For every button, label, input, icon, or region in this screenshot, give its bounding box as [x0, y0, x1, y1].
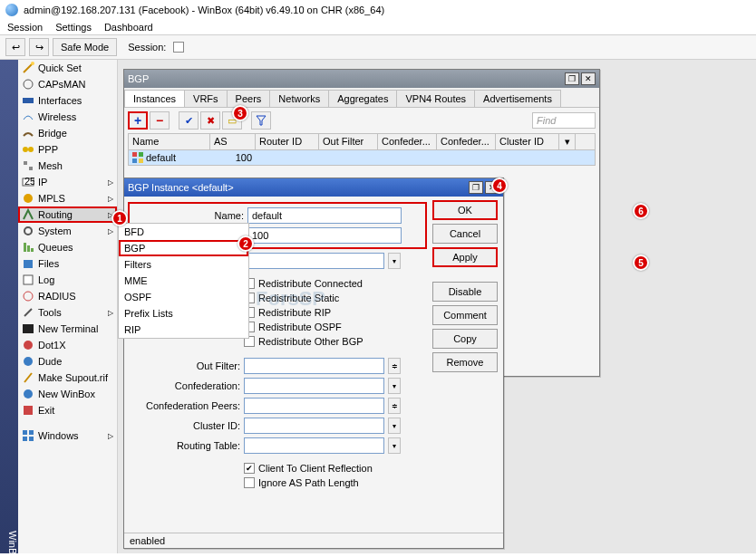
- sidebar-item-files[interactable]: Files: [18, 255, 117, 272]
- sidebar-item-quickset[interactable]: Quick Set: [18, 60, 117, 76]
- sidebar-item-routing[interactable]: Routing▷: [18, 206, 117, 223]
- cluster-dropdown[interactable]: ▾: [388, 418, 401, 434]
- redo-button[interactable]: ↪: [29, 38, 49, 56]
- instance-window-header[interactable]: BGP Instance <default> ❐ ✕: [124, 178, 503, 197]
- bgp-toolbar: + − ✔ ✖ ▭ Find: [124, 108, 599, 133]
- sidebar-label: New WinBox: [38, 389, 95, 399]
- ok-button[interactable]: OK: [432, 200, 498, 220]
- col-routerid[interactable]: Router ID: [256, 134, 319, 149]
- tab-peers[interactable]: Peers: [227, 90, 271, 107]
- sidebar-item-log[interactable]: Log: [18, 272, 117, 288]
- sidebar-item-tools[interactable]: Tools▷: [18, 304, 117, 321]
- bgp-window-header[interactable]: BGP ❐ ✕: [124, 70, 599, 88]
- submenu-prefixlists[interactable]: Prefix Lists: [119, 305, 248, 322]
- confedpeers-dropdown[interactable]: ≑: [388, 398, 401, 414]
- submenu-ospf[interactable]: OSPF: [119, 289, 248, 305]
- col-as[interactable]: AS: [210, 134, 256, 149]
- routerid-dropdown[interactable]: ▾: [388, 253, 401, 269]
- svg-rect-6: [24, 161, 27, 165]
- add-button[interactable]: +: [128, 111, 148, 130]
- sidebar-item-queues[interactable]: Queues: [18, 239, 117, 255]
- menu-session[interactable]: Session: [7, 22, 43, 33]
- remove-button[interactable]: −: [150, 111, 170, 130]
- submenu-mme[interactable]: MME: [119, 273, 248, 289]
- sidebar-item-ppp[interactable]: PPP: [18, 141, 117, 158]
- menu-dashboard[interactable]: Dashboard: [104, 22, 153, 33]
- undo-button[interactable]: ↩: [5, 38, 25, 56]
- svg-rect-7: [29, 167, 33, 170]
- tab-vpn4[interactable]: VPN4 Routes: [396, 90, 475, 107]
- sidebar-item-newwinbox[interactable]: New WinBox: [18, 386, 117, 402]
- outfilter-dropdown[interactable]: ≑: [388, 358, 401, 374]
- comment-button[interactable]: Comment: [432, 305, 498, 325]
- sidebar-item-dude[interactable]: Dude: [18, 353, 117, 370]
- cancel-button[interactable]: Cancel: [432, 224, 498, 244]
- session-checkbox[interactable]: [173, 42, 184, 53]
- confedpeers-input[interactable]: [244, 398, 384, 414]
- sidebar-item-bridge[interactable]: Bridge: [18, 125, 117, 141]
- tab-instances[interactable]: Instances: [124, 90, 185, 107]
- sidebar-item-wireless[interactable]: Wireless: [18, 109, 117, 125]
- chk-ignore[interactable]: [244, 477, 255, 488]
- mpls-icon: [22, 192, 34, 205]
- find-input[interactable]: Find: [532, 112, 596, 129]
- sidebar-item-newterminal[interactable]: New Terminal: [18, 321, 117, 337]
- rtable-input[interactable]: [244, 437, 384, 454]
- filter-button[interactable]: [251, 111, 271, 130]
- routerid-input[interactable]: [244, 253, 384, 269]
- enable-button[interactable]: ✔: [179, 111, 199, 130]
- chk-c2c-label: Client To Client Reflection: [258, 463, 373, 474]
- dot1x-icon: [22, 339, 34, 351]
- col-confed2[interactable]: Confeder...: [437, 134, 496, 149]
- instance-icon: [132, 152, 143, 163]
- submenu-bfd[interactable]: BFD: [119, 224, 248, 240]
- col-name[interactable]: Name: [129, 134, 210, 149]
- copy-button[interactable]: Copy: [432, 329, 498, 349]
- sidebar-item-dot1x[interactable]: Dot1X: [18, 337, 117, 353]
- sidebar-item-capsman[interactable]: CAPsMAN: [18, 76, 117, 92]
- exit-icon: [22, 404, 34, 417]
- svg-point-4: [23, 147, 28, 152]
- sidebar-item-mesh[interactable]: Mesh: [18, 158, 117, 174]
- col-confed1[interactable]: Confeder...: [378, 134, 437, 149]
- col-more[interactable]: ▾: [559, 134, 576, 149]
- tab-vrfs[interactable]: VRFs: [184, 90, 228, 107]
- sidebar-item-supout[interactable]: Make Supout.rif: [18, 370, 117, 386]
- submenu-rip[interactable]: RIP: [119, 322, 248, 338]
- restore-button[interactable]: ❐: [565, 72, 579, 85]
- confed-input[interactable]: [244, 378, 384, 394]
- outfilter-input[interactable]: [244, 358, 384, 374]
- sidebar-item-exit[interactable]: Exit: [18, 402, 117, 418]
- sidebar-item-mpls[interactable]: MPLS▷: [18, 190, 117, 206]
- submenu-filters[interactable]: Filters: [119, 256, 248, 273]
- tab-networks[interactable]: Networks: [269, 90, 329, 107]
- sidebar-item-radius[interactable]: RADIUS: [18, 288, 117, 304]
- safe-mode-button[interactable]: Safe Mode: [53, 38, 117, 56]
- apply-button[interactable]: Apply: [432, 247, 498, 267]
- main-area: WinBox Quick Set CAPsMAN Interfaces Wire…: [0, 60, 756, 553]
- col-clusterid[interactable]: Cluster ID: [496, 134, 559, 149]
- col-outfilter[interactable]: Out Filter: [319, 134, 378, 149]
- confed-dropdown[interactable]: ▾: [388, 378, 401, 394]
- cluster-input[interactable]: [244, 418, 384, 434]
- tab-advertisements[interactable]: Advertisements: [474, 90, 561, 107]
- disable-button[interactable]: Disable: [432, 282, 498, 302]
- as-input[interactable]: [247, 227, 402, 244]
- chk-connected-label: Redistribute Connected: [258, 278, 363, 289]
- tab-aggregates[interactable]: Aggregates: [328, 90, 397, 107]
- menu-settings[interactable]: Settings: [55, 22, 92, 33]
- rtable-dropdown[interactable]: ▾: [388, 437, 401, 454]
- grid-row[interactable]: default 100: [129, 150, 595, 165]
- sidebar-item-windows[interactable]: Windows▷: [18, 427, 117, 444]
- remove-button[interactable]: Remove: [432, 352, 498, 372]
- sidebar-item-interfaces[interactable]: Interfaces: [18, 92, 117, 109]
- submenu-bgp[interactable]: BGP: [119, 240, 248, 256]
- bgp-grid: Name AS Router ID Out Filter Confeder...…: [128, 133, 596, 166]
- restore-button[interactable]: ❐: [469, 181, 483, 194]
- disable-button[interactable]: ✖: [200, 111, 220, 130]
- chk-c2c[interactable]: ✔: [244, 463, 255, 474]
- close-button[interactable]: ✕: [581, 72, 596, 85]
- sidebar-item-ip[interactable]: 255IP▷: [18, 174, 117, 190]
- sidebar-item-system[interactable]: System▷: [18, 223, 117, 239]
- name-input[interactable]: [247, 207, 402, 224]
